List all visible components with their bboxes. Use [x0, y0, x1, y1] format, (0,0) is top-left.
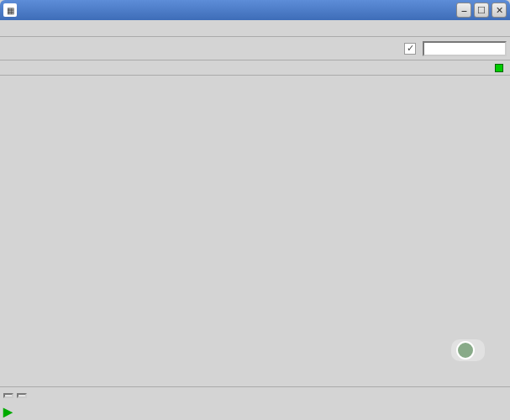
prompt-arrow-icon: ▶ — [3, 405, 13, 418]
watermark-avatar-icon — [456, 341, 475, 360]
footer — [0, 386, 510, 403]
coord-y — [17, 393, 27, 398]
toolbar — [0, 37, 510, 60]
menubar — [0, 20, 510, 37]
status-indicator — [495, 64, 503, 72]
infobar — [0, 60, 510, 76]
titlebar[interactable]: ▦ ‒ ☐ ✕ — [0, 0, 510, 20]
command-bar[interactable]: ▶ — [0, 403, 510, 420]
label-checkbox[interactable] — [404, 43, 416, 55]
maximize-button[interactable]: ☐ — [474, 3, 489, 18]
app-icon: ▦ — [3, 3, 17, 17]
label-input[interactable] — [423, 41, 507, 56]
minimize-button[interactable]: ‒ — [456, 3, 471, 18]
plot-area[interactable] — [0, 76, 510, 386]
app-window: ▦ ‒ ☐ ✕ ▶ — [0, 0, 510, 420]
waveform-canvas[interactable] — [3, 77, 507, 385]
watermark — [451, 339, 485, 361]
coord-x — [3, 393, 13, 398]
close-button[interactable]: ✕ — [492, 3, 507, 18]
